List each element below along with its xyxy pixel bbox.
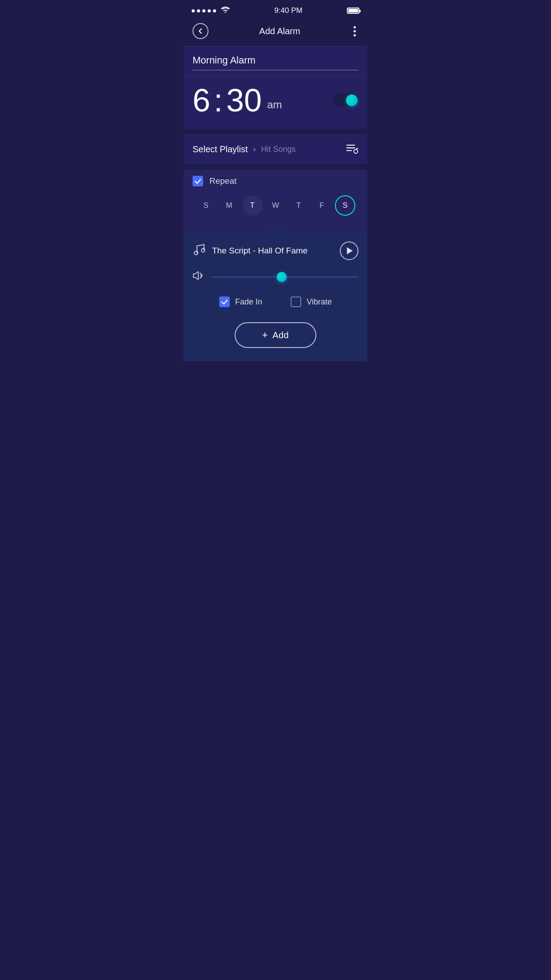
day-sunday[interactable]: S bbox=[196, 195, 216, 216]
music-note-icon bbox=[193, 242, 205, 260]
arrow-up-icon bbox=[270, 227, 281, 232]
repeat-row: Repeat bbox=[193, 176, 358, 186]
alarm-toggle[interactable] bbox=[333, 94, 358, 107]
signal-dot-2 bbox=[197, 9, 200, 12]
volume-icon bbox=[193, 271, 204, 283]
day-thursday[interactable]: T bbox=[288, 195, 309, 216]
signal-dot-3 bbox=[202, 9, 205, 12]
day-monday[interactable]: M bbox=[219, 195, 239, 216]
repeat-section: Repeat S M T W T F S bbox=[184, 170, 367, 225]
signal-dot-5 bbox=[213, 9, 216, 12]
day-saturday[interactable]: S bbox=[335, 195, 355, 216]
volume-thumb[interactable] bbox=[277, 272, 287, 282]
chevron-right-icon: › bbox=[253, 145, 256, 154]
more-dot-1 bbox=[354, 26, 356, 28]
wifi-icon bbox=[221, 7, 230, 15]
svg-point-3 bbox=[354, 150, 358, 154]
signal-dot-1 bbox=[192, 9, 195, 12]
nav-bar: Add Alarm bbox=[184, 20, 367, 46]
playlist-name: Hit Songs bbox=[261, 145, 346, 154]
repeat-checkbox[interactable] bbox=[193, 176, 203, 186]
plus-icon: + bbox=[262, 329, 268, 341]
options-section: Fade In Vibrate bbox=[184, 293, 367, 318]
signal-dot-4 bbox=[208, 9, 211, 12]
arrow-up-row bbox=[184, 225, 367, 232]
volume-section bbox=[184, 268, 367, 293]
status-bar: 9:40 PM bbox=[184, 0, 367, 20]
svg-line-4 bbox=[356, 148, 358, 150]
more-dot-3 bbox=[354, 34, 356, 36]
volume-slider[interactable] bbox=[211, 276, 358, 278]
vibrate-label: Vibrate bbox=[307, 297, 332, 307]
alarm-name-section bbox=[184, 46, 367, 75]
fade-in-label: Fade In bbox=[235, 297, 262, 307]
signal-indicator bbox=[192, 7, 230, 15]
day-wednesday[interactable]: W bbox=[265, 195, 286, 216]
toggle-track bbox=[333, 94, 358, 107]
playlist-label: Select Playlist bbox=[193, 144, 248, 154]
section-gap-2 bbox=[184, 164, 367, 170]
battery-indicator bbox=[347, 8, 359, 14]
time-minute[interactable]: 30 bbox=[226, 84, 262, 116]
day-friday[interactable]: F bbox=[312, 195, 332, 216]
time-display: 6 : 30 am bbox=[193, 84, 282, 116]
toggle-thumb bbox=[346, 95, 358, 106]
more-dot-2 bbox=[354, 30, 356, 32]
fade-in-option[interactable]: Fade In bbox=[219, 296, 262, 307]
battery-fill bbox=[348, 9, 358, 12]
vibrate-checkbox[interactable] bbox=[291, 296, 301, 307]
day-tuesday[interactable]: T bbox=[242, 195, 263, 216]
song-section: The Script - Hall Of Fame bbox=[184, 232, 367, 268]
section-gap-1 bbox=[184, 129, 367, 134]
back-button[interactable] bbox=[193, 23, 209, 39]
add-section: + Add bbox=[184, 318, 367, 361]
vibrate-option[interactable]: Vibrate bbox=[291, 296, 332, 307]
more-options-button[interactable] bbox=[351, 24, 358, 39]
add-button-label: Add bbox=[272, 330, 289, 340]
status-time: 9:40 PM bbox=[274, 6, 302, 15]
play-icon bbox=[347, 247, 353, 254]
page-title: Add Alarm bbox=[259, 26, 300, 36]
days-row: S M T W T F S bbox=[193, 195, 358, 216]
playlist-section[interactable]: Select Playlist › Hit Songs bbox=[184, 134, 367, 164]
song-title: The Script - Hall Of Fame bbox=[212, 246, 333, 256]
add-button[interactable]: + Add bbox=[235, 322, 316, 348]
time-colon: : bbox=[210, 84, 226, 116]
fade-in-checkbox[interactable] bbox=[219, 296, 230, 307]
time-ampm[interactable]: am bbox=[267, 99, 282, 116]
time-hour[interactable]: 6 bbox=[193, 84, 210, 116]
time-section: 6 : 30 am bbox=[184, 75, 367, 129]
alarm-name-input[interactable] bbox=[193, 55, 358, 71]
repeat-label: Repeat bbox=[209, 176, 236, 186]
play-button[interactable] bbox=[340, 241, 358, 260]
playlist-icon bbox=[346, 142, 358, 156]
